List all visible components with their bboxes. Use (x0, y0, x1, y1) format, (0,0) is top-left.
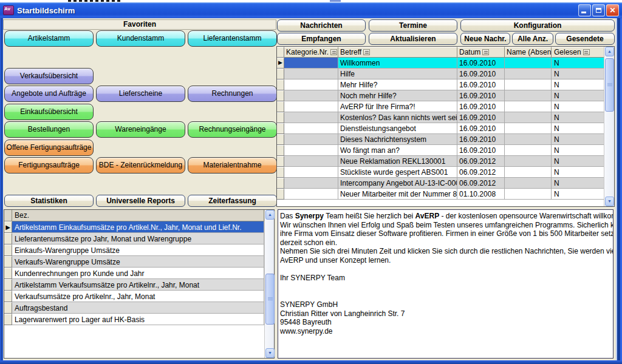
cell-name[interactable] (505, 69, 552, 79)
cell-name[interactable] (505, 112, 552, 123)
cell-kat[interactable] (284, 112, 338, 123)
cell-betreff[interactable]: Stückliste wurde gespert ABS001 (338, 167, 457, 178)
favorite-button-verkaufsübersicht[interactable]: Verkaufsübersicht (4, 68, 94, 84)
message-row[interactable]: Intercompany Angebot AU-13-IC-0000106.09… (277, 178, 614, 189)
reports-column-header[interactable]: Bez. (12, 210, 264, 221)
cell-datum[interactable]: 16.09.2010 (457, 58, 505, 69)
favorite-button-angebote-und-aufträge[interactable]: Angebote und Aufträge (4, 86, 94, 102)
scroll-up-icon[interactable]: ▲ (265, 210, 275, 220)
cell-name[interactable] (505, 79, 552, 90)
row-marker-cell[interactable] (277, 79, 284, 90)
favorite-button-einkaufsübersicht[interactable]: Einkaufsübersicht (4, 104, 94, 120)
cell-datum[interactable]: 16.09.2010 (457, 145, 505, 156)
messages-scrollbar[interactable]: ▲ ▼ (604, 47, 614, 206)
cell-name[interactable] (505, 123, 552, 134)
aktualisieren-button[interactable]: Aktualisieren (369, 33, 457, 45)
row-marker-cell[interactable] (277, 69, 284, 79)
row-marker-cell[interactable] (277, 178, 284, 189)
row-marker-cell[interactable] (277, 134, 284, 145)
message-row[interactable]: AvERP für Ihre Firma?!16.09.2010N (277, 101, 614, 112)
zeiterfassung-button[interactable]: Zeiterfassung (188, 195, 277, 207)
message-row[interactable]: ▶Willkommen16.09.2010N (277, 58, 614, 69)
message-row[interactable]: Noch mehr Hilfe?16.09.2010N (277, 90, 614, 101)
row-marker-cell[interactable] (4, 279, 12, 291)
alle-anzeigen-button[interactable]: Alle Anz. (512, 33, 553, 45)
cell-kat[interactable] (284, 156, 338, 167)
cell-kat[interactable] (284, 178, 338, 189)
row-marker-cell[interactable] (277, 101, 284, 112)
favorite-button-rechnungen[interactable]: Rechnungen (188, 86, 277, 102)
cell-betreff[interactable]: AvERP für Ihre Firma?! (338, 101, 457, 112)
cell-datum[interactable]: 06.09.2012 (457, 178, 505, 189)
row-marker-cell[interactable] (277, 189, 284, 200)
report-row[interactable]: Auftragsbestand (4, 302, 274, 314)
favorite-button-rechnungseingänge[interactable]: Rechnungseingänge (188, 121, 277, 138)
filter-icon[interactable] (330, 49, 337, 55)
row-marker-cell[interactable] (277, 123, 284, 134)
message-row[interactable]: Kostenlos? Das kann nichts wert sein!16.… (277, 112, 614, 123)
cell-datum[interactable]: 16.09.2010 (457, 112, 505, 123)
message-row[interactable]: Neue Reklamation REKL13000106.09.2012N (277, 156, 614, 167)
cell-kat[interactable] (284, 101, 338, 112)
favorite-button-offene-fertigungsaufträge[interactable]: Offene Fertigungsaufträge (4, 140, 94, 156)
cell-kat[interactable] (284, 123, 338, 134)
row-marker-cell[interactable] (277, 145, 284, 156)
scrollbar-thumb[interactable] (265, 274, 275, 325)
cell-datum[interactable]: 06.09.2012 (457, 156, 505, 167)
cell-kat[interactable] (284, 145, 338, 156)
report-row[interactable]: Kundenrechnungen pro Kunde und Jahr (4, 268, 274, 279)
favorite-button-fertigungsaufträge[interactable]: Fertigungsaufträge (4, 157, 94, 174)
gesendete-button[interactable]: Gesendete (555, 33, 615, 45)
maximize-button[interactable] (592, 4, 605, 16)
scroll-down-icon[interactable]: ▼ (265, 348, 275, 358)
cell-datum[interactable]: 01.10.2008 (457, 189, 505, 200)
report-row[interactable]: Lieferantenumsätze pro Jahr, Monat und W… (4, 233, 274, 244)
favorite-button-bestellungen[interactable]: Bestellungen (4, 121, 94, 138)
cell-name[interactable] (505, 167, 552, 178)
favorite-button-lieferscheine[interactable]: Lieferscheine (96, 86, 185, 102)
nachrichten-tab[interactable]: Nachrichten (277, 19, 366, 32)
cell-kat[interactable] (284, 90, 338, 101)
cell-betreff[interactable]: Mehr Hilfe? (338, 79, 457, 90)
empfangen-button[interactable]: Empfangen (277, 33, 366, 45)
cell-betreff[interactable]: Willkommen (338, 58, 457, 69)
cell-betreff[interactable]: Wo fängt man an? (338, 145, 457, 156)
message-row[interactable]: Dieses Nachrichtensystem16.09.2010N (277, 134, 614, 145)
favorite-button-kundenstamm[interactable]: Kundenstamm (96, 30, 185, 47)
message-row[interactable]: Dienstleistungsangebot16.09.2010N (277, 123, 614, 134)
row-marker-cell[interactable] (4, 302, 12, 314)
cell-datum[interactable]: 16.09.2010 (457, 134, 505, 145)
favorite-button-lieferantenstamm[interactable]: Lieferantenstamm (188, 30, 277, 47)
konfiguration-tab[interactable]: Konfiguration (460, 19, 615, 32)
statistiken-button[interactable]: Statistiken (4, 195, 94, 207)
cell-datum[interactable]: 16.09.2010 (457, 79, 505, 90)
report-row[interactable]: ▶Artikelstamm Einkaufsumsätze pro Artike… (4, 221, 274, 233)
row-marker-cell[interactable] (277, 156, 284, 167)
cell-betreff[interactable]: Neuer Mitarbeiter mit der Nummer 8 (338, 189, 457, 200)
minimize-button[interactable] (578, 4, 591, 16)
cell-name[interactable] (505, 145, 552, 156)
row-marker-cell[interactable] (4, 291, 12, 302)
cell-name[interactable] (505, 134, 552, 145)
favorite-button-bde-zeitenrückmeldung[interactable]: BDE - Zeitenrückmeldung (96, 157, 185, 174)
cell-kat[interactable] (284, 58, 338, 69)
row-marker-cell[interactable] (4, 233, 12, 244)
cell-betreff[interactable]: Dienstleistungsangebot (338, 123, 457, 134)
row-marker-cell[interactable] (4, 244, 12, 256)
message-body-memo[interactable]: Das Synerpy Team heißt Sie herzlich bei … (278, 209, 613, 359)
scroll-up-icon[interactable]: ▲ (605, 47, 614, 56)
row-marker-cell[interactable] (277, 112, 284, 123)
filter-icon[interactable] (363, 49, 370, 55)
scrollbar-thumb[interactable] (605, 58, 614, 112)
report-row[interactable]: Einkaufs-Warengruppe Umsätze (4, 244, 274, 256)
close-button[interactable]: ✕ (606, 4, 619, 16)
message-row[interactable]: Stückliste wurde gespert ABS00106.09.201… (277, 167, 614, 178)
cell-betreff[interactable]: Noch mehr Hilfe? (338, 90, 457, 101)
cell-name[interactable] (505, 156, 552, 167)
cell-name[interactable] (505, 189, 552, 200)
cell-kat[interactable] (284, 134, 338, 145)
row-marker-cell[interactable]: ▶ (4, 221, 12, 233)
cell-betreff[interactable]: Kostenlos? Das kann nichts wert sein! (338, 112, 457, 123)
column-header-name-absende[interactable]: Name (Absende (505, 47, 552, 58)
cell-kat[interactable] (284, 189, 338, 200)
